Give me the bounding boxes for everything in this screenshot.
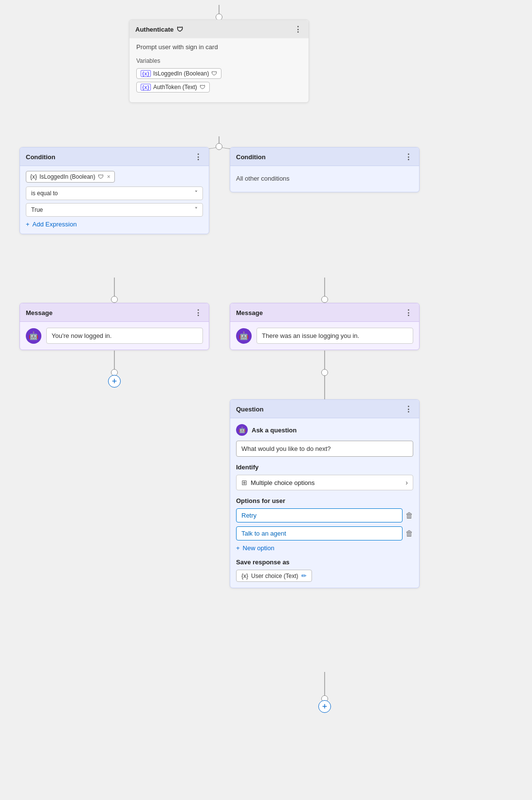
- message-right-title: Message: [236, 309, 263, 316]
- option-row-agent: Talk to an agent 🗑: [236, 526, 413, 540]
- delete-retry-button[interactable]: 🗑: [405, 511, 413, 520]
- variable-authtoken: {x} AuthToken (Text) 🛡: [136, 82, 210, 93]
- condition-shield-icon: 🛡: [98, 173, 104, 180]
- condition-right-menu-button[interactable]: ⋮: [404, 152, 413, 162]
- var-icon-isloggedin: {x}: [141, 70, 151, 77]
- condition-operator-label: is equal to: [31, 190, 58, 197]
- node-below-condition-right: [321, 296, 328, 303]
- add-node-left[interactable]: +: [108, 375, 121, 388]
- message-left-card: Message ⋮ 🤖 You're now logged in.: [19, 303, 209, 350]
- message-right-menu-button[interactable]: ⋮: [404, 308, 413, 317]
- add-expression-label: Add Expression: [33, 221, 77, 228]
- authtoken-shield-icon: 🛡: [200, 84, 205, 91]
- node-below-condition-left: [111, 296, 118, 303]
- message-left-header: Message ⋮: [20, 303, 209, 322]
- bot-avatar-left: 🤖: [26, 328, 41, 344]
- question-title: Question: [236, 406, 263, 413]
- edit-pencil-icon[interactable]: ✏: [301, 572, 307, 579]
- branch-node: [216, 143, 222, 150]
- authenticate-shield-icon: 🛡: [177, 26, 183, 33]
- authenticate-menu-button[interactable]: ⋮: [293, 25, 303, 34]
- authenticate-card: Authenticate 🛡 ⋮ Prompt user with sign i…: [129, 19, 309, 103]
- chevron-down-icon-2: ˅: [195, 206, 198, 213]
- condition-right-title: Condition: [236, 153, 266, 161]
- condition-left-body: {x} IsLoggedIn (Boolean) 🛡 × is equal to…: [20, 166, 209, 234]
- option-agent-text: Talk to an agent: [241, 530, 286, 537]
- condition-left-card: Condition ⋮ {x} IsLoggedIn (Boolean) 🛡 ×…: [19, 147, 209, 234]
- condition-tag-label: IsLoggedIn (Boolean): [39, 173, 95, 180]
- question-body: 🤖 Ask a question What would you like to …: [230, 418, 419, 588]
- identify-row[interactable]: ⊞ Multiple choice options ›: [236, 475, 413, 490]
- question-card: Question ⋮ 🤖 Ask a question What would y…: [230, 399, 420, 588]
- message-left-body: 🤖 You're now logged in.: [20, 322, 209, 350]
- new-option-label: New option: [243, 544, 275, 552]
- add-expression-button[interactable]: + Add Expression: [26, 221, 203, 228]
- bot-icon-left: 🤖: [29, 331, 38, 340]
- delete-agent-button[interactable]: 🗑: [405, 529, 413, 538]
- add-node-right[interactable]: +: [318, 700, 331, 713]
- variable-isloggedin-label: IsLoggedIn (Boolean): [153, 70, 209, 77]
- variable-authtoken-label: AuthToken (Text): [153, 84, 197, 91]
- condition-var-icon: {x}: [30, 173, 37, 180]
- condition-right-header: Condition ⋮: [230, 148, 419, 166]
- message-left-menu-button[interactable]: ⋮: [193, 308, 203, 317]
- canvas: Authenticate 🛡 ⋮ Prompt user with sign i…: [0, 0, 532, 800]
- message-left-title: Message: [26, 309, 53, 316]
- option-row-retry: Retry 🗑: [236, 508, 413, 522]
- condition-right-card: Condition ⋮ All other conditions: [230, 147, 420, 192]
- authenticate-title-group: Authenticate 🛡: [135, 26, 183, 33]
- isloggedin-shield-icon: 🛡: [211, 70, 217, 77]
- condition-left-menu-button[interactable]: ⋮: [193, 152, 203, 162]
- var-icon-choice: {x}: [241, 573, 248, 579]
- question-header: Question ⋮: [230, 400, 419, 418]
- chevron-down-icon: ˅: [195, 190, 198, 197]
- identify-value: Multiple choice options: [251, 479, 315, 486]
- message-right-text[interactable]: There was an issue logging you in.: [257, 328, 413, 344]
- new-option-button[interactable]: + New option: [236, 544, 413, 552]
- variable-isloggedin: {x} IsLoggedIn (Boolean) 🛡: [136, 68, 221, 79]
- question-input-text: What would you like to do next?: [241, 445, 331, 452]
- all-other-conditions: All other conditions: [236, 171, 413, 186]
- identify-left: ⊞ Multiple choice options: [241, 479, 315, 486]
- option-input-agent[interactable]: Talk to an agent: [236, 526, 403, 540]
- condition-left-header: Condition ⋮: [20, 148, 209, 166]
- var-icon-authtoken: {x}: [141, 84, 151, 91]
- authenticate-header: Authenticate 🛡 ⋮: [129, 20, 309, 38]
- plus-icon-left: +: [112, 376, 117, 387]
- message-left-text[interactable]: You're now logged in.: [46, 328, 203, 344]
- bot-avatar-question: 🤖: [236, 424, 248, 436]
- condition-value-select[interactable]: True ˅: [26, 203, 203, 217]
- option-input-retry[interactable]: Retry: [236, 508, 403, 522]
- new-option-plus-icon: +: [236, 544, 240, 552]
- chevron-right-icon: ›: [405, 479, 408, 486]
- authenticate-body: Prompt user with sign in card Variables …: [129, 38, 309, 102]
- bot-avatar-right: 🤖: [236, 328, 252, 344]
- question-input[interactable]: What would you like to do next?: [236, 441, 413, 457]
- authenticate-prompt: Prompt user with sign in card: [136, 43, 302, 51]
- condition-value-label: True: [31, 206, 43, 213]
- user-choice-label: User choice (Text): [251, 573, 298, 579]
- condition-operator-select[interactable]: is equal to ˅: [26, 186, 203, 200]
- save-response-label: Save response as: [236, 558, 413, 566]
- options-for-user-label: Options for user: [236, 497, 413, 504]
- condition-left-title: Condition: [26, 153, 55, 161]
- bot-icon-right: 🤖: [239, 331, 249, 340]
- user-choice-badge: {x} User choice (Text) ✏: [236, 570, 312, 582]
- identify-label: Identify: [236, 464, 413, 471]
- question-menu-button[interactable]: ⋮: [404, 405, 413, 414]
- condition-right-body: All other conditions: [230, 166, 419, 192]
- add-expression-plus-icon: +: [26, 221, 30, 228]
- message-right-header: Message ⋮: [230, 303, 419, 322]
- authenticate-title: Authenticate: [135, 26, 174, 33]
- ask-question-label: 🤖 Ask a question: [236, 424, 413, 436]
- condition-tag: {x} IsLoggedIn (Boolean) 🛡 ×: [26, 171, 115, 183]
- option-retry-text: Retry: [241, 512, 257, 519]
- grid-icon: ⊞: [241, 479, 247, 486]
- condition-tag-close[interactable]: ×: [107, 173, 110, 180]
- ask-question-text: Ask a question: [252, 427, 296, 434]
- plus-icon-right: +: [322, 702, 328, 712]
- message-right-body: 🤖 There was an issue logging you in.: [230, 322, 419, 350]
- node-below-message-right: [321, 369, 328, 376]
- variables-label: Variables: [136, 57, 302, 64]
- message-right-card: Message ⋮ 🤖 There was an issue logging y…: [230, 303, 420, 350]
